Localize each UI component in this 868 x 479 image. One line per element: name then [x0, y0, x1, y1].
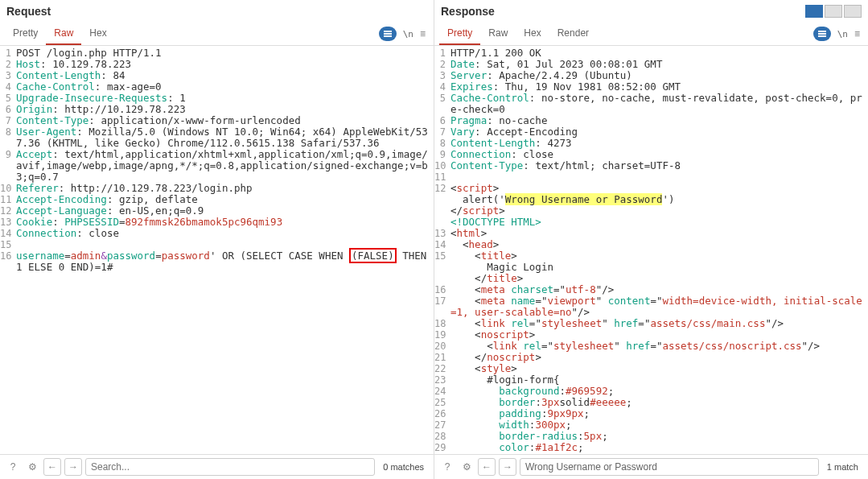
line-number: 7	[434, 126, 449, 138]
code-line[interactable]: </script>	[449, 205, 868, 217]
search-input[interactable]	[85, 458, 375, 476]
code-line[interactable]: border:3pxsolid#eeeee;	[449, 397, 868, 408]
tab-hex[interactable]: Hex	[516, 23, 549, 45]
response-code[interactable]: 1HTTP/1.1 200 OK2Date: Sat, 01 Jul 2023 …	[434, 46, 868, 454]
code-line[interactable]: Connection: close	[14, 228, 434, 239]
actions-pill[interactable]	[379, 27, 397, 41]
code-line[interactable]: <meta name="viewport" content="width=dev…	[449, 295, 868, 318]
newline-toggle[interactable]: \n	[837, 29, 848, 39]
line-number: 20	[434, 341, 449, 352]
code-line[interactable]: Origin: http://10.129.78.223	[14, 104, 434, 115]
code-line[interactable]: <title>	[449, 250, 868, 262]
code-line[interactable]: <html>	[449, 228, 868, 239]
help-icon[interactable]: ?	[439, 459, 455, 475]
code-line[interactable]: Vary: Accept-Encoding	[449, 126, 868, 138]
request-code[interactable]: 1POST /login.php HTTP/1.12Host: 10.129.7…	[0, 46, 434, 454]
line-number: 17	[434, 295, 449, 307]
code-line[interactable]: Content-Length: 84	[14, 70, 434, 81]
request-pane: Request Pretty Raw Hex \n ≡ 1POST /login…	[0, 0, 434, 479]
line-number: 8	[0, 126, 14, 138]
code-line[interactable]: Accept-Encoding: gzip, deflate	[14, 194, 434, 205]
code-line[interactable]: Date: Sat, 01 Jul 2023 00:08:01 GMT	[449, 59, 868, 70]
help-icon[interactable]: ?	[5, 459, 21, 475]
view-top[interactable]	[825, 5, 842, 18]
code-line[interactable]: alert('Wrong Username or Password')	[449, 194, 868, 205]
code-line[interactable]: Upgrade-Insecure-Requests: 1	[14, 93, 434, 104]
line-number: 9	[434, 149, 449, 160]
code-line[interactable]: <style>	[449, 363, 868, 374]
response-pane: Response Pretty Raw Hex Render \n ≡ 1HTT…	[434, 0, 868, 479]
code-line[interactable]: username=admin&password=password' OR (SE…	[14, 250, 434, 273]
code-line[interactable]: <noscript>	[449, 329, 868, 341]
view-split[interactable]	[805, 5, 823, 18]
code-line[interactable]: border-radius:5px;	[449, 431, 868, 442]
line-number: 7	[0, 115, 14, 126]
code-line[interactable]: padding:9px9px;	[449, 408, 868, 419]
line-number: 27	[434, 419, 449, 431]
code-line[interactable]: Accept: text/html,application/xhtml+xml,…	[14, 149, 434, 183]
code-line[interactable]: Referer: http://10.129.78.223/login.php	[14, 183, 434, 194]
code-line[interactable]: <!DOCTYPE HTML>	[449, 217, 868, 228]
code-line[interactable]: <script>	[449, 183, 868, 194]
match-count: 0 matches	[378, 462, 429, 472]
code-line[interactable]: Content-Type: application/x-www-form-url…	[14, 115, 434, 126]
menu-icon[interactable]: ≡	[851, 28, 863, 39]
code-line[interactable]: Cache-Control: no-store, no-cache, must-…	[449, 93, 868, 115]
code-line[interactable]: POST /login.php HTTP/1.1	[14, 47, 434, 59]
code-line[interactable]: <meta charset="utf-8"/>	[449, 284, 868, 295]
code-line[interactable]: </title>	[449, 273, 868, 284]
line-number: 6	[434, 115, 449, 126]
code-line[interactable]: Content-Type: text/html; charset=UTF-8	[449, 160, 868, 171]
line-number: 9	[0, 149, 14, 160]
line-number: 10	[434, 160, 449, 171]
code-line[interactable]: <link rel="stylesheet" href="assets/css/…	[449, 318, 868, 329]
code-line[interactable]: #login-form{	[449, 374, 868, 386]
code-line[interactable]: Host: 10.129.78.223	[14, 59, 434, 70]
tab-hex[interactable]: Hex	[81, 23, 114, 45]
line-number: 12	[434, 183, 449, 194]
line-number: 4	[0, 81, 14, 93]
view-bottom[interactable]	[844, 5, 862, 18]
code-line[interactable]: <head>	[449, 239, 868, 250]
code-line[interactable]: </noscript>	[449, 352, 868, 363]
line-number: 14	[434, 239, 449, 250]
code-line[interactable]: Magic Login	[449, 262, 868, 273]
request-tabbar: Pretty Raw Hex \n ≡	[0, 23, 434, 46]
code-line[interactable]: width:300px;	[449, 419, 868, 431]
next-match[interactable]: →	[499, 458, 516, 476]
next-match[interactable]: →	[64, 458, 82, 476]
code-line[interactable]: User-Agent: Mozilla/5.0 (Windows NT 10.0…	[14, 126, 434, 149]
actions-pill[interactable]	[813, 27, 831, 41]
code-line[interactable]: <link rel="stylesheet" href="assets/css/…	[449, 341, 868, 352]
tab-render[interactable]: Render	[549, 23, 597, 45]
code-line[interactable]: Cache-Control: max-age=0	[14, 81, 434, 93]
code-line[interactable]: color:#1a1f2c;	[449, 442, 868, 453]
tab-raw[interactable]: Raw	[46, 23, 81, 45]
code-line[interactable]: HTTP/1.1 200 OK	[449, 47, 868, 59]
code-line[interactable]: background:#969592;	[449, 386, 868, 397]
gear-icon[interactable]: ⚙	[24, 459, 40, 475]
prev-match[interactable]: ←	[478, 458, 496, 476]
code-line[interactable]: Pragma: no-cache	[449, 115, 868, 126]
search-input[interactable]	[520, 458, 819, 476]
code-line[interactable]: Content-Length: 4273	[449, 138, 868, 149]
code-line[interactable]: Cookie: PHPSESSID=892fmmsk26bmamok5pc96q…	[14, 217, 434, 228]
code-line[interactable]: Expires: Thu, 19 Nov 1981 08:52:00 GMT	[449, 81, 868, 93]
line-number: 4	[434, 81, 449, 93]
gear-icon[interactable]: ⚙	[459, 459, 475, 475]
line-number: 25	[434, 397, 449, 408]
line-number: 3	[434, 70, 449, 81]
newline-toggle[interactable]: \n	[403, 29, 413, 39]
line-number: 18	[434, 318, 449, 329]
code-line[interactable]: Connection: close	[449, 149, 868, 160]
request-title: Request	[6, 5, 427, 18]
tab-raw[interactable]: Raw	[480, 23, 516, 45]
response-footer: ? ⚙ ← → 1 match	[434, 454, 868, 479]
code-line[interactable]: Accept-Language: en-US,en;q=0.9	[14, 205, 434, 217]
line-number: 6	[0, 104, 14, 115]
tab-pretty[interactable]: Pretty	[439, 23, 480, 45]
prev-match[interactable]: ←	[43, 458, 61, 476]
tab-pretty[interactable]: Pretty	[5, 23, 46, 45]
code-line[interactable]: Server: Apache/2.4.29 (Ubuntu)	[449, 70, 868, 81]
menu-icon[interactable]: ≡	[417, 28, 429, 39]
